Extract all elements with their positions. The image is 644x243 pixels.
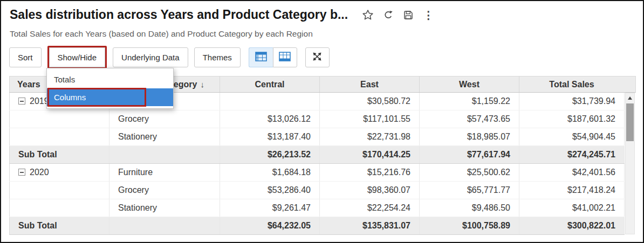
category-cell	[109, 217, 220, 235]
scroll-up-button[interactable]	[626, 93, 634, 102]
menu-item-totals[interactable]: Totals	[47, 71, 173, 88]
central-value: $53,286.40	[220, 182, 320, 199]
title-actions: ⋮	[362, 9, 434, 21]
central-value: $13,026.12	[220, 110, 320, 128]
summary-view-button[interactable]	[273, 47, 297, 67]
east-value: $15,216.76	[320, 164, 420, 182]
subtotal-row: Sub Total $64,232.05 $135,831.07 $100,75…	[10, 217, 625, 235]
west-value: $25,500.62	[420, 164, 519, 182]
minus-glyph	[20, 101, 24, 102]
annotation-box-show-hide: Show/Hide	[47, 46, 107, 69]
total-sales-value: $187,601.32	[519, 110, 625, 128]
vertical-scrollbar[interactable]	[625, 93, 635, 234]
years-cell	[10, 182, 109, 199]
column-header-east[interactable]: East	[320, 77, 420, 93]
east-subtotal: $135,831.07	[320, 217, 420, 235]
toolbar: Sort Show/Hide Underlying Data Themes	[9, 46, 330, 68]
table-row: 2020 Furniture $1,684.18 $15,216.76 $25,…	[10, 164, 625, 182]
east-value: $30,580.72	[320, 93, 420, 110]
category-cell: Furniture	[109, 164, 220, 182]
central-value: $13,187.40	[220, 128, 320, 146]
more-options-icon[interactable]: ⋮	[423, 10, 434, 20]
central-value: $1,684.18	[220, 164, 320, 182]
east-value: $22,254.24	[320, 199, 420, 217]
west-value: $18,985.07	[420, 128, 519, 146]
title-bar: Sales distribution across Years and Prod…	[10, 8, 434, 22]
scrollbar-thumb[interactable]	[626, 103, 634, 141]
collapse-toggle-icon[interactable]	[18, 169, 25, 176]
view-toggle-group	[249, 47, 297, 67]
column-header-total-sales[interactable]: Total Sales	[519, 77, 625, 93]
show-hide-menu: Totals Columns	[46, 68, 174, 109]
years-cell	[10, 110, 109, 128]
total-sales-subtotal: $300,822.01	[519, 217, 625, 235]
table-row: Grocery $13,026.12 $117,101.55 $57,473.6…	[10, 110, 625, 128]
save-icon[interactable]	[403, 10, 414, 20]
category-cell: Grocery	[109, 110, 220, 128]
west-value: $57,473.65	[420, 110, 519, 128]
west-subtotal: $77,617.94	[420, 146, 519, 164]
total-sales-value: $41,002.21	[519, 199, 625, 217]
menu-item-columns[interactable]: Columns	[47, 88, 173, 106]
year-label: 2020	[30, 168, 49, 177]
collapse-all-icon	[312, 51, 323, 64]
app-window: Sales distribution across Years and Prod…	[0, 0, 644, 243]
column-header-central[interactable]: Central	[220, 77, 320, 93]
show-hide-button[interactable]: Show/Hide	[49, 47, 106, 67]
category-cell: Stationery	[109, 199, 220, 217]
total-sales-value: $42,401.56	[519, 164, 625, 182]
table-row: Grocery $53,286.40 $98,360.07 $65,771.77…	[10, 182, 625, 199]
subtotal-row: Sub Total $26,213.52 $170,414.25 $77,617…	[10, 146, 625, 164]
up-arrow-icon	[628, 96, 632, 100]
report-title: Sales distribution across Years and Prod…	[10, 8, 348, 22]
collapse-all-button[interactable]	[305, 47, 330, 67]
west-value: $1,159.22	[420, 93, 519, 110]
central-subtotal: $64,232.05	[220, 217, 320, 235]
summary-view-icon	[279, 52, 291, 63]
minus-glyph	[20, 172, 24, 173]
sort-descending-icon[interactable]: ↓	[200, 80, 204, 89]
collapse-toggle-icon[interactable]	[18, 98, 25, 105]
east-value: $98,360.07	[320, 182, 420, 199]
central-subtotal: $26,213.52	[220, 146, 320, 164]
table-row: Stationery $13,187.40 $22,731.98 $18,985…	[10, 128, 625, 146]
total-sales-value: $31,739.94	[519, 93, 625, 110]
years-cell: 2020	[10, 164, 109, 182]
category-cell: Stationery	[109, 128, 220, 146]
west-subtotal: $100,758.89	[420, 217, 519, 235]
header-corner-filler	[624, 76, 636, 93]
total-sales-value: $217,418.24	[519, 182, 625, 199]
report-subtitle: Total Sales for each Years (based on Dat…	[10, 29, 313, 39]
table-row: Stationery $9,261.47 $22,254.24 $9,486.5…	[10, 199, 625, 217]
pivot-view-icon	[255, 52, 267, 63]
subtotal-label: Sub Total	[10, 146, 109, 164]
category-cell: Grocery	[109, 182, 220, 199]
themes-button[interactable]: Themes	[194, 47, 241, 67]
west-value: $9,486.50	[420, 199, 519, 217]
central-value: $9,261.47	[220, 199, 320, 217]
central-value	[220, 93, 320, 110]
east-value: $117,101.55	[320, 110, 420, 128]
east-subtotal: $170,414.25	[320, 146, 420, 164]
total-sales-subtotal: $274,245.71	[519, 146, 625, 164]
subtotal-label: Sub Total	[10, 217, 109, 235]
west-value: $65,771.77	[420, 182, 519, 199]
total-sales-value: $54,904.45	[519, 128, 625, 146]
underlying-data-button[interactable]: Underlying Data	[113, 47, 188, 67]
refresh-icon[interactable]	[383, 10, 394, 20]
star-icon[interactable]	[362, 9, 374, 21]
pivot-view-button[interactable]	[249, 47, 273, 67]
sort-button[interactable]: Sort	[9, 47, 42, 67]
category-cell	[109, 146, 220, 164]
years-cell	[10, 128, 109, 146]
column-header-west[interactable]: West	[420, 77, 519, 93]
east-value: $22,731.98	[320, 128, 420, 146]
years-cell	[10, 199, 109, 217]
